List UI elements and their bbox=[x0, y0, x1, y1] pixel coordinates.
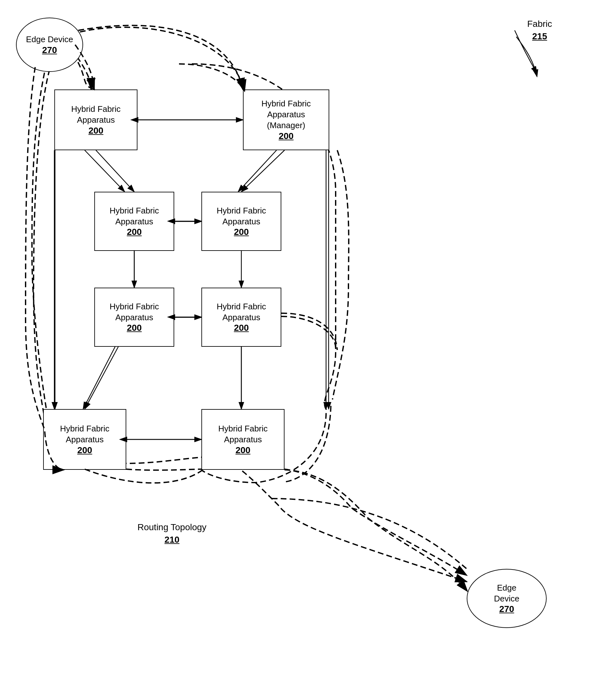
edge-device-top-left-number: 270 bbox=[42, 45, 57, 55]
svg-line-3 bbox=[96, 150, 134, 192]
fabric-text: Fabric bbox=[527, 19, 552, 29]
hfa-lower-left-number: 200 bbox=[127, 323, 142, 333]
routing-topology-text: Routing Topology bbox=[137, 522, 206, 532]
fabric-number: 215 bbox=[532, 31, 547, 41]
svg-line-4 bbox=[241, 150, 285, 192]
hfa-bottom-right: Hybrid FabricApparatus 200 bbox=[201, 409, 285, 470]
hfa-bottom-right-label: Hybrid FabricApparatus bbox=[218, 424, 268, 445]
svg-line-12 bbox=[85, 347, 118, 409]
hfa-lower-left-label: Hybrid FabricApparatus bbox=[110, 301, 159, 323]
edge-device-bottom-right-number: 270 bbox=[499, 604, 514, 614]
fabric-label: Fabric 215 bbox=[527, 18, 552, 43]
hfa-top-left: Hybrid FabricApparatus 200 bbox=[54, 90, 137, 150]
hfa-top-right: Hybrid FabricApparatus(Manager) 200 bbox=[243, 90, 329, 150]
routing-topology-label: Routing Topology 210 bbox=[137, 521, 206, 546]
hfa-top-right-number: 200 bbox=[279, 131, 294, 141]
edge-device-bottom-right-label: EdgeDevice bbox=[494, 583, 519, 604]
hfa-mid-right-number: 200 bbox=[234, 227, 249, 237]
edge-device-top-left-label: Edge Device bbox=[26, 34, 73, 45]
hfa-bottom-right-number: 200 bbox=[236, 445, 250, 455]
hfa-lower-right-number: 200 bbox=[234, 323, 249, 333]
hfa-lower-right: Hybrid FabricApparatus 200 bbox=[201, 288, 281, 347]
hfa-mid-right-label: Hybrid FabricApparatus bbox=[217, 205, 266, 227]
hfa-top-right-label: Hybrid FabricApparatus(Manager) bbox=[262, 98, 311, 131]
hfa-top-left-number: 200 bbox=[89, 126, 104, 136]
hfa-bottom-left: Hybrid FabricApparatus 200 bbox=[43, 409, 126, 470]
hfa-mid-left: Hybrid FabricApparatus 200 bbox=[94, 192, 174, 251]
hfa-mid-right: Hybrid FabricApparatus 200 bbox=[201, 192, 281, 251]
routing-topology-number: 210 bbox=[164, 535, 180, 545]
hfa-mid-left-label: Hybrid FabricApparatus bbox=[110, 205, 159, 227]
hfa-bottom-left-label: Hybrid FabricApparatus bbox=[60, 424, 110, 445]
hfa-bottom-left-number: 200 bbox=[78, 445, 92, 455]
hfa-mid-left-number: 200 bbox=[127, 227, 142, 237]
diagram-container: Edge Device 270 Fabric 215 Hybrid Fabric… bbox=[0, 0, 616, 682]
edge-device-bottom-right: EdgeDevice 270 bbox=[467, 569, 547, 628]
hfa-lower-left: Hybrid FabricApparatus 200 bbox=[94, 288, 174, 347]
edge-device-top-left: Edge Device 270 bbox=[16, 18, 83, 72]
hfa-top-left-label: Hybrid FabricApparatus bbox=[71, 104, 121, 126]
hfa-lower-right-label: Hybrid FabricApparatus bbox=[217, 301, 266, 323]
